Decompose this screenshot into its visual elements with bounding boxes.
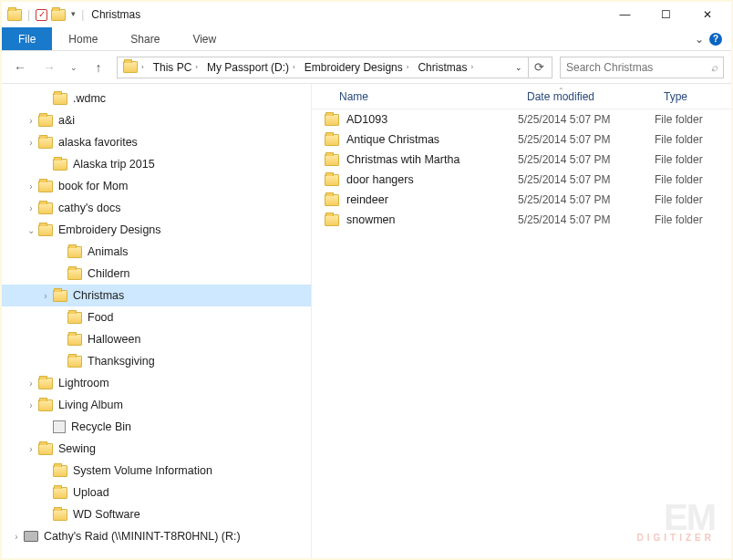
expander-icon[interactable]: › bbox=[38, 291, 53, 301]
address-dropdown-icon[interactable]: ⌄ bbox=[511, 57, 526, 78]
tree-item[interactable]: ›a&i bbox=[2, 109, 311, 131]
breadcrumb-root-icon[interactable]: › bbox=[119, 57, 148, 78]
tree-item[interactable]: ›book for Mom bbox=[2, 175, 311, 197]
folder-icon bbox=[38, 378, 53, 389]
file-row[interactable]: AD10935/25/2014 5:07 PMFile folder bbox=[312, 109, 731, 130]
expander-icon[interactable]: › bbox=[24, 138, 38, 148]
breadcrumb[interactable]: My Passport (D:)› bbox=[203, 57, 299, 78]
app-folder-icon bbox=[7, 9, 22, 21]
tree-item-label: .wdmc bbox=[73, 92, 106, 105]
tree-item[interactable]: WD Software bbox=[2, 503, 311, 525]
tree-item[interactable]: ›Lightroom bbox=[2, 372, 311, 394]
tree-item[interactable]: Food bbox=[2, 306, 311, 328]
tree-item-label: Living Album bbox=[58, 399, 123, 411]
tree-item[interactable]: ›Christmas bbox=[2, 285, 311, 306]
expander-icon[interactable]: › bbox=[24, 203, 38, 213]
expander-icon[interactable]: › bbox=[24, 116, 38, 126]
refresh-button[interactable]: ⟳ bbox=[528, 57, 550, 78]
folder-icon bbox=[38, 224, 53, 236]
tree-item-label: Upload bbox=[73, 486, 109, 499]
navigation-pane[interactable]: .wdmc›a&i›alaska favoritesAlaska trip 20… bbox=[2, 84, 312, 558]
file-date: 5/25/2014 5:07 PM bbox=[518, 173, 655, 186]
quick-access-properties-icon[interactable]: ✓ bbox=[36, 9, 47, 21]
expander-icon[interactable]: › bbox=[9, 532, 24, 542]
folder-icon bbox=[325, 134, 339, 146]
search-input[interactable] bbox=[566, 61, 711, 74]
tree-item[interactable]: ›cathy's docs bbox=[2, 197, 311, 219]
close-button[interactable]: ✕ bbox=[687, 2, 728, 27]
help-icon[interactable]: ? bbox=[709, 33, 722, 46]
folder-icon bbox=[53, 93, 67, 105]
tree-item[interactable]: ›Living Album bbox=[2, 394, 311, 416]
maximize-button[interactable]: ☐ bbox=[645, 2, 687, 27]
folder-icon bbox=[53, 465, 67, 477]
tree-item-label: Sewing bbox=[58, 442, 96, 455]
file-name: Antique Christmas bbox=[346, 133, 518, 146]
history-dropdown[interactable]: ⌄ bbox=[67, 57, 80, 78]
file-row[interactable]: Antique Christmas5/25/2014 5:07 PMFile f… bbox=[312, 130, 731, 150]
tree-item[interactable]: Animals bbox=[2, 241, 311, 263]
file-date: 5/25/2014 5:07 PM bbox=[518, 193, 655, 206]
tree-item[interactable]: Recycle Bin bbox=[2, 416, 311, 438]
file-row[interactable]: door hangers5/25/2014 5:07 PMFile folder bbox=[312, 170, 731, 190]
search-box[interactable]: ⌕ bbox=[560, 57, 724, 78]
file-row[interactable]: Christmas wtih Martha5/25/2014 5:07 PMFi… bbox=[312, 150, 731, 170]
ribbon-expand-icon[interactable]: ⌄ bbox=[695, 33, 704, 46]
tab-share[interactable]: Share bbox=[114, 27, 176, 50]
minimize-button[interactable]: — bbox=[604, 2, 645, 27]
folder-icon bbox=[325, 154, 339, 166]
folder-icon bbox=[38, 202, 53, 214]
file-type: File folder bbox=[655, 193, 731, 206]
tree-item[interactable]: .wdmc bbox=[2, 88, 311, 109]
folder-icon bbox=[38, 443, 53, 455]
file-name: snowmen bbox=[346, 213, 518, 226]
address-bar[interactable]: › This PC› My Passport (D:)› Embroidery … bbox=[117, 57, 552, 78]
tree-item[interactable]: ›Sewing bbox=[2, 438, 311, 460]
folder-icon bbox=[67, 356, 82, 368]
file-row[interactable]: reindeer5/25/2014 5:07 PMFile folder bbox=[312, 190, 731, 210]
tree-item[interactable]: Upload bbox=[2, 482, 311, 503]
folder-icon bbox=[67, 268, 82, 280]
back-button[interactable]: ← bbox=[9, 57, 31, 78]
tree-item-label: Christmas bbox=[73, 289, 124, 302]
up-button[interactable]: ↑ bbox=[88, 57, 109, 78]
expander-icon[interactable]: › bbox=[24, 181, 38, 192]
quick-access-menu-icon[interactable]: ▾ bbox=[71, 9, 76, 18]
search-icon[interactable]: ⌕ bbox=[711, 61, 718, 74]
breadcrumb[interactable]: Christmas› bbox=[414, 57, 477, 78]
tree-item[interactable]: Halloween bbox=[2, 328, 311, 350]
expander-icon[interactable]: ⌄ bbox=[24, 225, 38, 235]
folder-icon bbox=[38, 399, 53, 411]
breadcrumb[interactable]: This PC› bbox=[150, 57, 201, 78]
tree-item[interactable]: ⌄Embroidery Designs bbox=[2, 219, 311, 241]
tab-home[interactable]: Home bbox=[52, 27, 114, 50]
expander-icon[interactable]: › bbox=[24, 379, 38, 389]
column-header-name[interactable]: Name bbox=[312, 90, 518, 103]
tree-item[interactable]: Thanksgiving bbox=[2, 350, 311, 372]
column-header-date[interactable]: Date modified bbox=[518, 90, 655, 103]
content-pane: ⌃ Name Date modified Type AD10935/25/201… bbox=[312, 84, 731, 558]
sort-indicator-icon: ⌃ bbox=[558, 87, 564, 95]
expander-icon[interactable]: › bbox=[24, 444, 38, 454]
tree-item[interactable]: Childern bbox=[2, 263, 311, 285]
breadcrumb[interactable]: Embroidery Designs› bbox=[301, 57, 413, 78]
tree-item-label: Food bbox=[88, 311, 114, 324]
column-header-type[interactable]: Type bbox=[655, 90, 731, 103]
column-headers: ⌃ Name Date modified Type bbox=[312, 84, 731, 109]
window-title: Christmas bbox=[91, 8, 140, 21]
separator: | bbox=[27, 8, 30, 21]
folder-icon bbox=[67, 246, 82, 258]
tree-item[interactable]: ›alaska favorites bbox=[2, 131, 311, 153]
folder-icon bbox=[325, 174, 339, 186]
file-tab[interactable]: File bbox=[2, 27, 52, 50]
tree-item[interactable]: System Volume Information bbox=[2, 460, 311, 482]
file-name: Christmas wtih Martha bbox=[346, 153, 518, 166]
tree-item[interactable]: ›Cathy's Raid (\\MININT-T8R0HNL) (R:) bbox=[2, 525, 311, 547]
tab-view[interactable]: View bbox=[176, 27, 232, 50]
expander-icon[interactable]: › bbox=[24, 400, 38, 410]
tree-item[interactable]: Alaska trip 2015 bbox=[2, 153, 311, 175]
quick-access-folder-icon[interactable] bbox=[51, 9, 66, 21]
file-row[interactable]: snowmen5/25/2014 5:07 PMFile folder bbox=[312, 210, 731, 230]
file-list[interactable]: AD10935/25/2014 5:07 PMFile folderAntiqu… bbox=[312, 109, 731, 558]
forward-button[interactable]: → bbox=[38, 57, 60, 78]
